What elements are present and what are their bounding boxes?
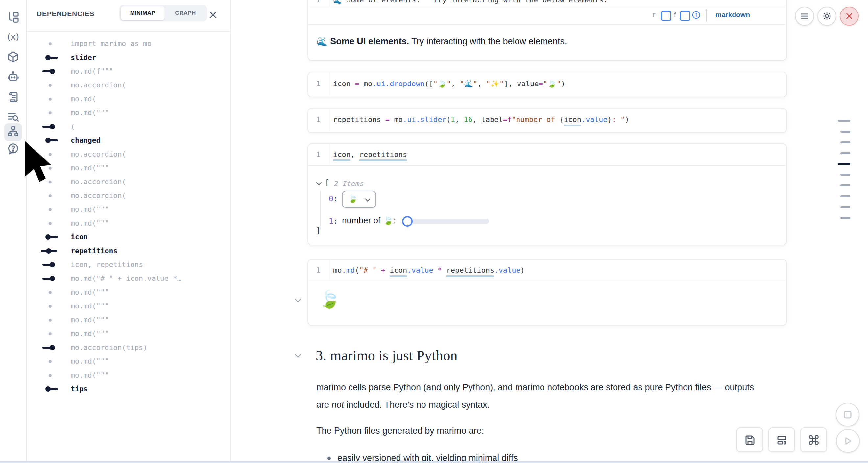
minimap-item[interactable]: mo.md(""" (26, 285, 229, 299)
minimap-item[interactable]: mo.md(""" (26, 313, 229, 327)
section-collapse-icon[interactable] (294, 353, 302, 360)
minimap-item[interactable]: mo.md(""" (26, 354, 229, 368)
toolbar-f-label: f (674, 11, 676, 19)
toolbar-r-checkbox[interactable] (661, 10, 671, 21)
minimap-item[interactable]: import marimo as mo (26, 37, 229, 51)
code-line[interactable]: icon, repetitions (333, 150, 407, 159)
minimap-item[interactable]: mo.accordion(tips) (26, 341, 229, 354)
settings-button[interactable] (817, 7, 836, 26)
layout-button[interactable] (768, 428, 795, 452)
code-token: repetitions (359, 150, 407, 161)
minimap-item-label: icon (71, 230, 88, 244)
minimap-item-label: slider (71, 51, 96, 64)
code-token: * (438, 266, 442, 274)
minimap-item-label: mo.accordion( (71, 189, 126, 203)
packages-icon[interactable] (7, 51, 20, 63)
paragraph-line-3: The Python files generated by marimo are… (316, 426, 484, 436)
minimap-item[interactable]: slider (26, 51, 229, 64)
toolbar-f-checkbox[interactable] (680, 10, 690, 21)
code-token: = (539, 80, 543, 88)
minimap-item-label: import marimo as mo (71, 37, 152, 51)
cell-indicator[interactable] (840, 174, 850, 176)
minimap-item[interactable]: mo.accordion( (26, 189, 229, 203)
minimap-item[interactable]: mo.md(""" (26, 299, 229, 313)
cell-indicator[interactable] (840, 206, 850, 208)
ai-assistant-icon[interactable] (7, 70, 20, 83)
command-palette-button[interactable] (800, 428, 827, 452)
slider-label: number of 🍃: (342, 215, 396, 225)
markdown-cell[interactable] (307, 0, 787, 61)
minimap-item[interactable]: mo.md(""" (26, 216, 229, 230)
minimap-item-label: mo.md(""" (71, 354, 109, 368)
tab-minimap[interactable]: MINIMAP (121, 6, 165, 20)
snippets-icon[interactable] (7, 91, 20, 103)
code-token: mo (333, 266, 342, 274)
minimap-item[interactable]: mo.accordion( (26, 78, 229, 92)
run-button[interactable] (836, 429, 860, 453)
cell-indicator[interactable] (840, 217, 850, 219)
code-token (385, 266, 390, 274)
cell-language-badge[interactable]: markdown (715, 11, 750, 19)
cell-indicator-active[interactable] (838, 163, 850, 165)
minimap-item[interactable]: mo.md("# " + icon.value *… (26, 272, 229, 285)
chevron-down-icon (365, 197, 370, 203)
cell-dot-icon (42, 78, 62, 92)
code-token: " (460, 80, 464, 88)
cell-indicator[interactable] (840, 130, 850, 132)
dependencies-icon[interactable] (7, 125, 20, 138)
minimap-item-label: mo.md("# " + icon.value *… (71, 272, 182, 285)
minimap-item[interactable]: icon, repetitions (26, 258, 229, 272)
minimap-item[interactable]: tips (26, 382, 229, 396)
cell-indicator[interactable] (840, 184, 850, 186)
cell-collapse-icon[interactable] (294, 298, 302, 304)
shutdown-button[interactable] (840, 7, 859, 26)
info-icon[interactable] (692, 10, 701, 20)
minimap-item-label: mo.md(f""" (71, 64, 113, 78)
repetitions-slider-thumb[interactable] (402, 216, 413, 226)
minimap-item[interactable]: mo.md(""" (26, 368, 229, 382)
minimap-item[interactable]: changed (26, 133, 229, 147)
markdown-source-line[interactable]: 🌊 Some UI elements. Try interacting with… (333, 0, 608, 5)
minimap-item[interactable]: mo.md( (26, 92, 229, 106)
cell-indicator[interactable] (840, 152, 850, 154)
menu-button[interactable] (795, 7, 814, 26)
toolbar-r-label: r (653, 11, 655, 19)
icon-dropdown-select[interactable]: 🍃 (342, 191, 376, 208)
cell-link-icon (42, 258, 62, 272)
save-button[interactable] (737, 428, 763, 452)
code-token: , (350, 150, 360, 158)
help-icon[interactable] (7, 143, 20, 155)
stop-button[interactable] (836, 403, 860, 427)
minimap-item-label: mo.md(""" (71, 106, 109, 120)
minimap-item[interactable]: icon (26, 230, 229, 244)
cell-indicator[interactable] (840, 195, 850, 197)
minimap-item[interactable]: mo.accordion( (26, 147, 229, 161)
minimap-item[interactable]: mo.md(""" (26, 327, 229, 341)
minimap-item[interactable]: mo.md(""" (26, 203, 229, 216)
minimap-item[interactable]: mo.md(""" (26, 161, 229, 175)
minimap-item[interactable]: ( (26, 120, 229, 133)
code-token: mo (359, 80, 372, 88)
cell-divider (308, 24, 785, 25)
tree-collapse-icon[interactable] (316, 181, 322, 187)
line-number: 1 (312, 115, 325, 124)
file-explorer-icon[interactable] (7, 11, 20, 24)
code-token: .ui.dropdown (372, 80, 425, 88)
cell-dot-icon (42, 299, 62, 313)
tab-graph[interactable]: GRAPH (165, 6, 206, 20)
close-panel-icon[interactable] (209, 10, 218, 20)
wave-emoji: 🌊 (317, 36, 330, 47)
cell-indicator[interactable] (838, 120, 850, 122)
minimap-item[interactable]: mo.md(f""" (26, 64, 229, 78)
cell-indicator[interactable] (840, 142, 850, 143)
variables-icon[interactable]: (x) (5, 31, 21, 43)
repetitions-slider-track[interactable] (403, 219, 489, 224)
code-line[interactable]: repetitions = mo.ui.slider(1, 16, label=… (333, 115, 629, 124)
logs-search-icon[interactable] (7, 111, 20, 123)
minimap-item[interactable]: repetitions (26, 244, 229, 258)
code-line[interactable]: icon = mo.ui.dropdown(["🍃", "🌊", "✨"], v… (333, 79, 565, 89)
code-token: f (507, 116, 512, 124)
minimap-item[interactable]: mo.md(""" (26, 106, 229, 120)
code-line[interactable]: mo.md("# " + icon.value * repetitions.va… (333, 266, 525, 275)
minimap-item[interactable]: mo.accordion( (26, 175, 229, 189)
